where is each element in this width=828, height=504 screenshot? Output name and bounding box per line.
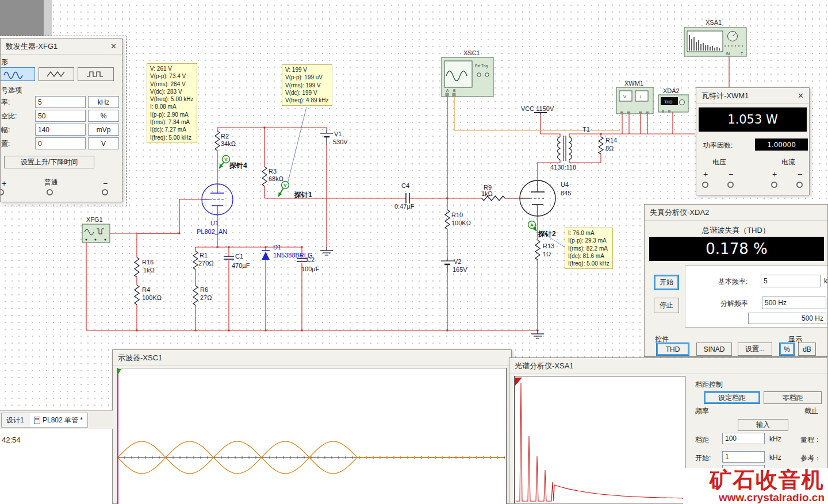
resistor-R2[interactable] [215, 131, 220, 151]
ground-symbol[interactable] [320, 247, 333, 255]
zero-span-button[interactable]: 零档距 [764, 391, 822, 404]
amplitude-unit[interactable]: mVp [88, 124, 119, 136]
ground-symbol[interactable] [531, 330, 544, 338]
battery-V1[interactable] [320, 130, 333, 145]
square-wave-button[interactable] [78, 67, 114, 81]
resistor-R10[interactable] [445, 210, 450, 229]
spectrum-analyzer-titlebar: 光谱分析仪-XSA1 [509, 358, 827, 374]
duty-cycle-unit[interactable]: % [88, 110, 119, 122]
wire[interactable] [540, 134, 560, 137]
probe-探针4[interactable]: V探针4 [219, 156, 247, 170]
amplitude-input[interactable]: 140 [35, 124, 86, 136]
component-label: 1Ω [543, 251, 551, 257]
battery-V2[interactable] [441, 257, 454, 272]
junction-dot [447, 198, 448, 199]
resistor-R3[interactable] [262, 167, 267, 186]
close-icon[interactable]: ✕ [110, 42, 117, 51]
span-input[interactable]: 100 [722, 433, 765, 444]
component-label: 8Ω [605, 145, 614, 152]
voltage-label: 电压 [712, 157, 726, 167]
diode-D1[interactable] [262, 251, 270, 260]
minus-terminal[interactable] [102, 189, 108, 195]
current-minus-terminal [796, 182, 803, 188]
oscilloscope-titlebar: 示波器-XSC1 [113, 350, 511, 366]
scope-cursor-handle[interactable] [118, 369, 121, 375]
tab-pl802[interactable]: PL802 单管 * [29, 413, 88, 428]
resistor-R1[interactable] [193, 251, 198, 270]
component-label: C2 [306, 256, 315, 263]
sinad-mode-button[interactable]: SINAD [696, 343, 732, 356]
rise-fall-time-button[interactable]: 设置上升/下降时间 [4, 156, 94, 168]
plus-terminal[interactable] [0, 189, 4, 195]
set-span-button[interactable]: 设定档距 [704, 391, 760, 404]
component-label: XSC1 [463, 49, 480, 56]
probe-探针2[interactable]: A探针2 [528, 221, 557, 238]
oscilloscope-icon[interactable]: Ext TrigAB [442, 57, 493, 97]
vacuum-tube-U4[interactable] [520, 180, 555, 216]
start-button[interactable]: 开始 [654, 275, 679, 290]
component-label: R14 [605, 137, 617, 144]
wattmeter-titlebar: 瓦特计-XWM1 ✕ [696, 88, 809, 104]
wire[interactable] [569, 134, 601, 137]
component-label: XDA2 [663, 87, 680, 94]
probe-探针1[interactable]: V探针1 [278, 182, 312, 199]
probe-letter: A [530, 222, 534, 228]
percent-button[interactable]: % [779, 343, 795, 356]
sine-wave-button[interactable] [0, 67, 35, 81]
vcc-source[interactable] [534, 113, 547, 115]
junction-dot [265, 247, 267, 248]
common-terminal[interactable] [47, 189, 53, 195]
spectrum-analyzer-icon[interactable]: INT [684, 28, 746, 56]
duty-cycle-input[interactable]: 50 [35, 110, 86, 122]
waveform-section-label: 形 [1, 57, 8, 67]
function-generator-titlebar: 数发生器-XFG1 ✕ [1, 39, 122, 55]
resistor-R14[interactable] [599, 137, 603, 154]
frequency-unit[interactable]: kHz [88, 96, 119, 108]
offset-input[interactable]: 0 [35, 137, 86, 149]
close-icon[interactable]: ✕ [798, 91, 804, 100]
wire[interactable] [454, 97, 620, 130]
fundamental-freq-unit: k [824, 277, 827, 285]
settings-button[interactable]: 设置... [738, 343, 772, 356]
resistor-R16[interactable] [135, 257, 139, 277]
resistor-R13[interactable] [535, 240, 540, 260]
input-button[interactable]: 输入 [738, 419, 788, 431]
component-label: R6 [200, 286, 208, 293]
triangle-wave-button[interactable] [39, 67, 74, 81]
stop-button[interactable]: 停止 [654, 298, 679, 313]
distortion-analyzer-icon[interactable]: THD [658, 95, 688, 113]
probe-letter: V [224, 157, 228, 162]
spectrum-plot [514, 376, 685, 504]
function-generator-icon[interactable] [82, 224, 110, 243]
transformer-T1[interactable] [558, 136, 572, 161]
capacitor-C1[interactable] [224, 256, 234, 259]
thd-mode-button[interactable]: THD [656, 343, 689, 356]
capacitor-C2[interactable] [297, 259, 307, 261]
junction-dot [301, 330, 303, 332]
current-plus-terminal [771, 182, 777, 188]
resolution-freq-readout: 500 Hz [748, 313, 826, 324]
tab-design1[interactable]: 设计1 [1, 413, 29, 428]
watermark-title: 矿石收音机 [683, 468, 825, 492]
component-label: PL802_AN [197, 228, 227, 235]
component-label: 845 [561, 190, 571, 197]
start-freq-input[interactable]: 1 [722, 451, 765, 463]
status-area: 42:54 [0, 429, 112, 504]
sine-wave-icon [2, 70, 24, 79]
resolution-freq-select[interactable]: 500 Hz [762, 297, 826, 309]
probe-tooltip: I: 76.0 mAI(p-p): 29.3 mAI(rms): 82.2 mA… [565, 228, 613, 269]
resistor-R4[interactable] [135, 285, 139, 305]
fundamental-freq-input[interactable]: 5 [761, 275, 821, 287]
capacitor-C4[interactable] [406, 193, 409, 203]
vacuum-tube-U1[interactable] [202, 184, 233, 215]
wattmeter-icon[interactable]: VI [616, 87, 653, 114]
component-label: V1 [334, 130, 342, 137]
wire[interactable] [569, 154, 601, 163]
tab-design1-label: 设计1 [6, 415, 24, 425]
frequency-input[interactable]: 5 [35, 96, 86, 108]
db-button[interactable]: dB [798, 343, 816, 356]
tooltip-connector [286, 107, 306, 188]
thd-reading: 0.178 % [649, 237, 824, 261]
offset-unit[interactable]: V [88, 137, 119, 149]
resistor-R6[interactable] [193, 286, 198, 305]
